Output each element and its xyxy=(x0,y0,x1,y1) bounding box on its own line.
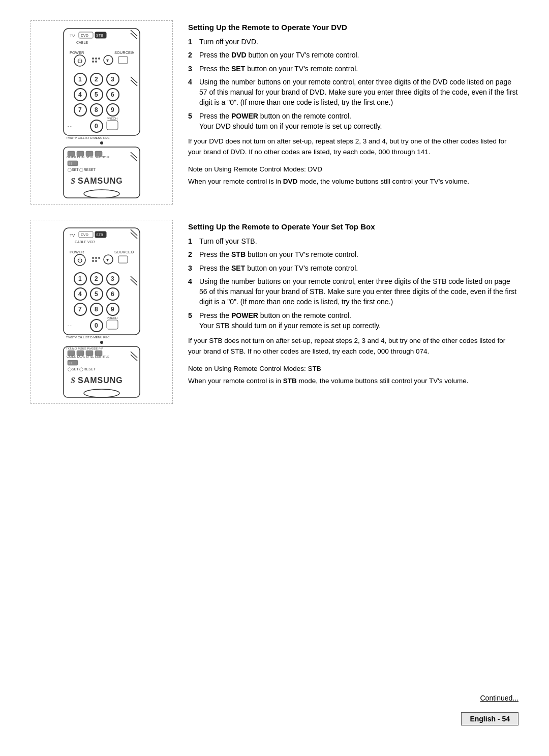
page-footer: Continued... English - 54 xyxy=(30,694,518,736)
dvd-note-body: When your remote control is in DVD mode,… xyxy=(188,177,518,187)
svg-text:⏻: ⏻ xyxy=(77,257,82,263)
svg-text:8: 8 xyxy=(95,106,98,113)
svg-text:◯SET   ◯RESET: ◯SET ◯RESET xyxy=(68,168,96,172)
svg-text:TV: TV xyxy=(70,233,75,238)
svg-text:TV/DTV  CH.LIST  D.MENU  REC: TV/DTV CH.LIST D.MENU REC xyxy=(66,336,110,339)
svg-point-61 xyxy=(84,190,119,198)
svg-text:5: 5 xyxy=(95,91,98,98)
svg-text:SAMSUNG: SAMSUNG xyxy=(78,177,123,185)
dvd-step-3: 3 Press the SET button on your TV's remo… xyxy=(188,64,518,74)
svg-text:SOURCE⊙: SOURCE⊙ xyxy=(114,250,134,254)
stb-step-2: 2 Press the STB button on your TV's remo… xyxy=(188,249,518,259)
svg-rect-42 xyxy=(107,121,118,130)
svg-text:4: 4 xyxy=(78,91,82,98)
svg-text:1: 1 xyxy=(78,275,82,282)
svg-point-77 xyxy=(98,257,100,259)
svg-text:S: S xyxy=(71,177,75,185)
svg-text:6: 6 xyxy=(111,290,114,298)
svg-text:DVD: DVD xyxy=(81,34,88,37)
svg-text:STB: STB xyxy=(96,233,103,237)
svg-text:S: S xyxy=(71,376,75,385)
step-text: Press the STB button on your TV's remote… xyxy=(199,249,518,259)
svg-point-17 xyxy=(95,61,97,63)
svg-text:I II: I II xyxy=(69,162,73,165)
step-text: Press the SET button on your TV's remote… xyxy=(199,263,518,273)
svg-text:3: 3 xyxy=(111,275,114,282)
svg-point-75 xyxy=(92,257,94,259)
svg-text:GUIDE  DUAL  STILL  SUBTITLE: GUIDE DUAL STILL SUBTITLE xyxy=(67,156,109,159)
step-text: Press the SET button on your TV's remote… xyxy=(199,64,518,74)
svg-text:PRECH: PRECH xyxy=(107,316,117,319)
svg-point-78 xyxy=(92,260,94,262)
step-num: 5 xyxy=(188,111,195,132)
svg-text:- -: - - xyxy=(68,124,72,128)
dvd-remote-svg: TV DVD STB CABLE POWER SOURCE⊙ ⏻ xyxy=(48,26,155,199)
stb-remote-illustration: TV DVD STB CABLE VCR POWER SOURCE⊙ ⏻ xyxy=(30,220,173,404)
svg-point-109 xyxy=(100,341,103,344)
step-num: 2 xyxy=(188,249,195,259)
svg-text:9: 9 xyxy=(111,106,114,113)
svg-text:POWER: POWER xyxy=(70,250,84,254)
svg-point-76 xyxy=(95,257,97,259)
dvd-remote-illustration: TV DVD STB CABLE POWER SOURCE⊙ ⏻ xyxy=(30,20,173,205)
svg-text:8: 8 xyxy=(95,306,98,313)
svg-text:GUIDE  DUAL  STILL  SUBTITLE: GUIDE DUAL STILL SUBTITLE xyxy=(67,355,109,358)
dvd-step-1: 1 Turn off your DVD. xyxy=(188,37,518,47)
svg-point-47 xyxy=(100,141,103,144)
stb-step-3: 3 Press the SET button on your TV's remo… xyxy=(188,263,518,273)
svg-text:0: 0 xyxy=(95,322,98,329)
dvd-step-4: 4 Using the number buttons on your remot… xyxy=(188,77,518,108)
stb-extra-para: If your STB does not turn on after set-u… xyxy=(188,336,518,357)
svg-text:4: 4 xyxy=(78,290,82,298)
svg-text:9: 9 xyxy=(111,306,114,313)
svg-point-79 xyxy=(95,260,97,262)
svg-point-16 xyxy=(92,61,94,63)
step-num: 3 xyxy=(188,263,195,273)
svg-text:CABLE: CABLE xyxy=(76,41,88,44)
svg-text:DVD: DVD xyxy=(81,233,88,237)
stb-note-body: When your remote control is in STB mode,… xyxy=(188,376,518,386)
stb-remote-svg: TV DVD STB CABLE VCR POWER SOURCE⊙ ⏻ xyxy=(48,225,155,398)
svg-text:TV: TV xyxy=(70,34,75,38)
svg-text:0: 0 xyxy=(95,123,98,130)
stb-section-title: Setting Up the Remote to Operate Your Se… xyxy=(188,222,518,231)
step-num: 1 xyxy=(188,37,195,47)
step-text: Press the POWER button on the remote con… xyxy=(199,310,518,331)
svg-rect-20 xyxy=(118,56,128,64)
dvd-note-block: Note on Using Remote Control Modes: DVD … xyxy=(188,164,518,187)
step-text: Turn off your STB. xyxy=(199,236,518,246)
stb-step-1: 1 Turn off your STB. xyxy=(188,236,518,246)
dvd-extra-para: If your DVD does not turn on after set-u… xyxy=(188,136,518,157)
svg-text:PRECH: PRECH xyxy=(107,117,117,120)
dvd-note-title: Note on Using Remote Control Modes: DVD xyxy=(188,164,518,175)
step-text: Press the POWER button on the remote con… xyxy=(199,111,518,132)
svg-text:2: 2 xyxy=(95,275,98,282)
svg-point-15 xyxy=(98,57,100,60)
stb-steps-list: 1 Turn off your STB. 2 Press the STB but… xyxy=(188,236,518,331)
svg-text:- -: - - xyxy=(68,323,72,328)
svg-text:▾: ▾ xyxy=(106,57,109,63)
svg-text:POWER: POWER xyxy=(70,50,84,55)
svg-text:TV/DTV  CH.LIST  D.MENU  REC: TV/DTV CH.LIST D.MENU REC xyxy=(66,136,110,139)
dvd-steps-list: 1 Turn off your DVD. 2 Press the DVD but… xyxy=(188,37,518,131)
stb-note-block: Note on Using Remote Control Modes: STB … xyxy=(188,364,518,387)
stb-section: TV DVD STB CABLE VCR POWER SOURCE⊙ ⏻ xyxy=(30,220,518,404)
dvd-section-title: Setting Up the Remote to Operate Your DV… xyxy=(188,23,518,32)
step-num: 2 xyxy=(188,50,195,60)
svg-text:SOURCE⊙: SOURCE⊙ xyxy=(114,50,134,55)
step-text: Using the number buttons on your remote … xyxy=(199,276,518,307)
continued-link: Continued... xyxy=(480,694,519,702)
svg-text:7: 7 xyxy=(78,106,82,113)
page-container: TV DVD STB CABLE POWER SOURCE⊙ ⏻ xyxy=(0,0,549,756)
step-text: Press the DVD button on your TV's remote… xyxy=(199,50,518,60)
svg-text:7: 7 xyxy=(78,306,82,313)
svg-rect-104 xyxy=(107,320,118,329)
step-num: 5 xyxy=(188,310,195,331)
svg-text:CABLE  VCR: CABLE VCR xyxy=(75,240,95,244)
step-num: 3 xyxy=(188,64,195,74)
step-num: 1 xyxy=(188,236,195,246)
svg-text:3: 3 xyxy=(111,76,114,83)
page-number-badge: English - 54 xyxy=(461,712,518,725)
step-text: Using the number buttons on your remote … xyxy=(199,77,518,108)
step-text: Turn off your DVD. xyxy=(199,37,518,47)
